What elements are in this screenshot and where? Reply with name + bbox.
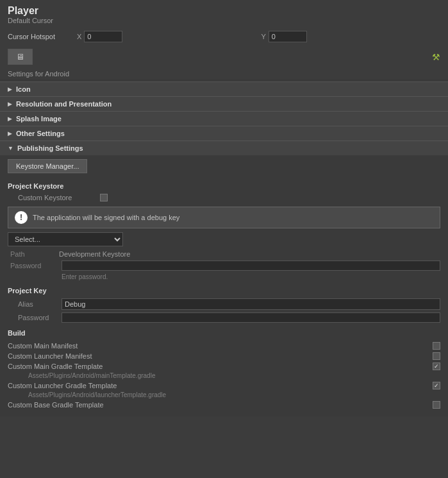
- y-input[interactable]: [269, 31, 307, 42]
- key-password-row: Password: [8, 311, 440, 324]
- header: Player Default Cursor: [0, 0, 448, 27]
- build-field-custom-launcher-gradle: Custom Launcher Gradle Template: [8, 380, 440, 391]
- section-icon[interactable]: ▶ Icon: [0, 81, 448, 96]
- warning-box: ! The application will be signed with a …: [8, 207, 440, 228]
- x-input[interactable]: [84, 31, 122, 42]
- keystore-manager-button[interactable]: Keystore Manager...: [8, 159, 87, 173]
- section-publishing-title: Publishing Settings: [17, 144, 83, 152]
- custom-launcher-manifest-label: Custom Launcher Manifest: [8, 352, 427, 360]
- section-publishing[interactable]: ▼ Publishing Settings: [0, 141, 448, 155]
- build-field-custom-launcher-manifest: Custom Launcher Manifest: [8, 351, 440, 361]
- section-splash[interactable]: ▶ Splash Image: [0, 111, 448, 126]
- key-password-label: Password: [8, 314, 59, 321]
- warning-icon: !: [15, 211, 28, 224]
- monitor-icon: 🖥: [16, 52, 24, 62]
- build-field-custom-main-gradle: Custom Main Gradle Template: [8, 361, 440, 371]
- path-label: Path: [8, 250, 59, 258]
- section-other[interactable]: ▶ Other Settings: [0, 126, 448, 141]
- tab-monitor[interactable]: 🖥: [8, 49, 33, 65]
- custom-launcher-gradle-checkbox[interactable]: [433, 382, 440, 389]
- keystore-select-row: Select...: [8, 232, 440, 246]
- settings-for-android-label: Settings for Android: [0, 67, 448, 79]
- keystore-password-label: Password: [8, 262, 59, 269]
- build-title: Build: [8, 329, 440, 337]
- path-value: Development Keystore: [59, 250, 130, 258]
- custom-main-gradle-checkbox[interactable]: [433, 363, 440, 370]
- publishing-content: Keystore Manager... Project Keystore Cus…: [0, 155, 448, 414]
- section-splash-title: Splash Image: [16, 115, 62, 123]
- tab-bar: 🖥 ⚒: [0, 46, 448, 67]
- triangle-open-icon: ▼: [8, 145, 13, 151]
- section-resolution-title: Resolution and Presentation: [16, 100, 112, 108]
- settings-container: ▶ Icon ▶ Resolution and Presentation ▶ S…: [0, 79, 448, 416]
- triangle-icon: ▶: [8, 130, 12, 137]
- x-label: X: [77, 33, 81, 40]
- section-other-title: Other Settings: [16, 130, 65, 137]
- custom-launcher-gradle-label: Custom Launcher Gradle Template: [8, 382, 427, 389]
- section-resolution[interactable]: ▶ Resolution and Presentation: [0, 96, 448, 111]
- keystore-select[interactable]: Select...: [8, 232, 123, 246]
- y-coord-group: Y: [261, 31, 441, 42]
- triangle-icon: ▶: [8, 86, 12, 92]
- custom-launcher-manifest-checkbox[interactable]: [433, 352, 440, 360]
- page-title: Player: [8, 5, 440, 17]
- custom-base-gradle-label: Custom Base Gradle Template: [8, 401, 427, 409]
- warning-text: The application will be signed with a de…: [33, 214, 179, 221]
- alias-label: Alias: [8, 300, 59, 308]
- cursor-hotspot-row: Cursor Hotspot X Y: [0, 27, 448, 46]
- build-field-custom-main-manifest: Custom Main Manifest: [8, 341, 440, 351]
- y-label: Y: [261, 33, 266, 40]
- project-key-title: Project Key: [8, 287, 440, 294]
- path-row: Path Development Keystore: [8, 249, 440, 259]
- page-subtitle: Default Cursor: [8, 17, 440, 24]
- cursor-hotspot-label: Cursor Hotspot: [8, 33, 72, 40]
- triangle-icon: ▶: [8, 115, 12, 122]
- custom-main-manifest-label: Custom Main Manifest: [8, 342, 427, 350]
- custom-main-gradle-label: Custom Main Gradle Template: [8, 363, 427, 370]
- custom-keystore-checkbox[interactable]: [100, 194, 108, 201]
- custom-main-manifest-checkbox[interactable]: [433, 342, 440, 350]
- keystore-password-input[interactable]: [62, 260, 440, 271]
- key-password-input[interactable]: [62, 312, 440, 323]
- custom-keystore-row: Custom Keystore: [8, 192, 440, 203]
- triangle-icon: ▶: [8, 101, 12, 107]
- custom-main-gradle-path: Assets/Plugins/Android/mainTemplate.grad…: [8, 371, 440, 380]
- x-coord-group: X: [77, 31, 256, 42]
- android-icon: ⚒: [432, 52, 440, 62]
- custom-keystore-label: Custom Keystore: [8, 194, 95, 201]
- keystore-password-row: Password: [8, 259, 440, 272]
- section-icon-title: Icon: [16, 85, 31, 93]
- build-field-custom-base-gradle: Custom Base Gradle Template: [8, 400, 440, 410]
- custom-launcher-gradle-path: Assets/Plugins/Android/launcherTemplate.…: [8, 391, 440, 400]
- enter-password-hint: Enter password.: [8, 272, 440, 283]
- project-keystore-title: Project Keystore: [8, 182, 440, 190]
- alias-row: Alias: [8, 297, 440, 311]
- build-section: Build Custom Main Manifest Custom Launch…: [8, 329, 440, 410]
- alias-input[interactable]: [62, 298, 440, 310]
- custom-base-gradle-checkbox[interactable]: [433, 401, 440, 409]
